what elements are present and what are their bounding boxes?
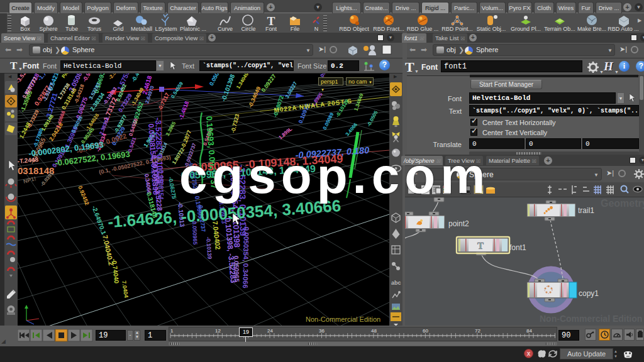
svg-text:60: 60 (423, 328, 428, 334)
svg-text:trail1: trail1 (578, 206, 594, 215)
svg-text:-T.2448: -T.2448 (18, 156, 39, 165)
svg-text:-0.10139: -0.10139 (205, 236, 213, 259)
svg-text:3.3965: 3.3965 (165, 121, 177, 137)
svg-text:-0.0050354, 0.34066: -0.0050354, 0.34066 (242, 224, 250, 288)
svg-text:24: 24 (267, 328, 273, 334)
svg-text:72: 72 (475, 328, 480, 334)
svg-text:T: T (477, 241, 484, 251)
svg-text:36: 36 (319, 328, 325, 334)
svg-text:-0.0508154: -0.0508154 (157, 168, 164, 200)
svg-text:-0.0505: -0.0505 (366, 109, 379, 128)
svg-text:font1: font1 (509, 243, 526, 252)
svg-text:NP1!: NP1! (23, 175, 36, 185)
svg-text:-3.40666: -3.40666 (54, 109, 66, 130)
svg-text:-0.74040: -0.74040 (111, 258, 120, 284)
svg-text:copy1: copy1 (579, 289, 599, 298)
svg-text:12: 12 (215, 328, 221, 334)
svg-text:0.54559: 0.54559 (128, 118, 139, 137)
svg-text:-2.64970.1: -2.64970.1 (91, 205, 108, 236)
svg-text:48: 48 (371, 328, 377, 334)
svg-text:0.92452: 0.92452 (77, 185, 90, 206)
svg-text:7.0404: 7.0404 (121, 280, 130, 299)
svg-text:-0.7323: -0.7323 (230, 113, 240, 133)
svg-text:1: 1 (170, 328, 174, 334)
svg-text:7.040402: 7.040402 (211, 221, 222, 250)
svg-text:0.050965: 0.050965 (233, 256, 240, 283)
svg-text:-0.06275: -0.06275 (167, 177, 177, 200)
svg-text:1.899L: 1.899L (278, 126, 294, 141)
svg-text:2.38334: 2.38334 (99, 116, 111, 136)
svg-text:abc: abc (391, 280, 401, 286)
svg-text:84: 84 (526, 328, 532, 334)
svg-text:point2: point2 (448, 219, 469, 228)
